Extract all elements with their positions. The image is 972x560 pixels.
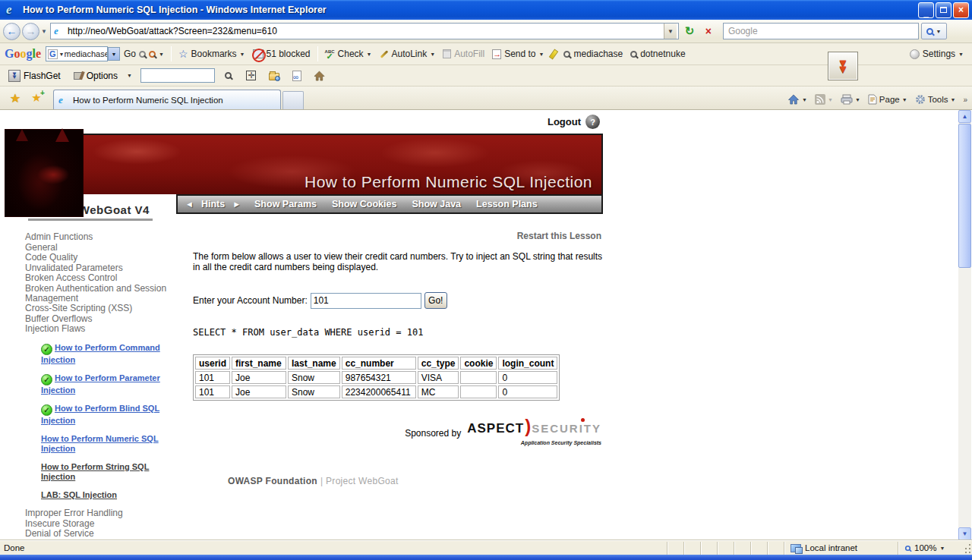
scrollbar-thumb[interactable]	[958, 124, 971, 268]
stop-button[interactable]: ×	[700, 23, 717, 39]
sidebar-category[interactable]: Injection Flaws	[25, 324, 188, 334]
restore-button[interactable]	[936, 2, 951, 18]
settings-button[interactable]: Settings ▼	[906, 47, 967, 61]
custom-button-dotnetnuke[interactable]: dotnetnuke	[626, 47, 689, 61]
table-cell: Snow	[288, 385, 340, 398]
toolbar-overflow-chevron[interactable]: »	[963, 96, 967, 104]
flashget-search-input[interactable]	[140, 68, 215, 83]
forward-icon: →	[26, 25, 36, 37]
sidebar-category[interactable]: General	[25, 243, 188, 253]
table-row: 101JoeSnow2234200065411MC0	[195, 385, 557, 398]
sidebar-category[interactable]: Buffer Overflows	[25, 314, 188, 324]
tab-active[interactable]: e How to Perform Numeric SQL Injection	[53, 90, 281, 109]
nav-item[interactable]: Lesson Plans	[476, 199, 538, 209]
home-button[interactable]: ▼	[784, 93, 810, 106]
highlighter-button[interactable]	[548, 48, 560, 61]
sidebar-category[interactable]: Code Quality	[25, 253, 188, 263]
popup-blocked-button[interactable]: 51 blocked	[249, 47, 314, 61]
spellcheck-button[interactable]: ABC✓ Check ▼	[321, 47, 376, 61]
close-button[interactable]: ×	[953, 2, 969, 18]
flashget-capture-button[interactable]	[242, 68, 260, 84]
feeds-button[interactable]: ▼	[812, 93, 836, 106]
flashget-button[interactable]: ▼▼ FlashGet	[5, 68, 65, 83]
flashget-links-button[interactable]	[288, 68, 306, 84]
sidebar-category[interactable]: Admin Functions	[25, 232, 188, 242]
nav-item[interactable]: Show Params	[254, 199, 317, 209]
nav-item[interactable]: Show Java	[412, 199, 461, 209]
new-tab-button[interactable]	[282, 91, 304, 109]
vertical-scrollbar[interactable]: ▲ ▼	[958, 110, 971, 540]
autolink-button[interactable]: AutoLink ▼	[376, 47, 440, 61]
custom-button-mediachase[interactable]: mediachase	[560, 47, 626, 61]
logout-link[interactable]: Logout	[548, 116, 581, 127]
capture-target-icon	[246, 71, 256, 80]
print-button[interactable]: ▼	[838, 93, 863, 106]
scroll-up-button[interactable]: ▲	[958, 110, 971, 123]
sidebar-category[interactable]: Insecure Storage	[25, 519, 188, 529]
google-search-dropdown[interactable]: ▼	[108, 47, 120, 61]
flashget-options-button[interactable]: Options ▼	[69, 69, 136, 83]
project-webgoat-link[interactable]: Project WebGoat	[326, 476, 399, 486]
stop-icon: ×	[705, 25, 712, 37]
address-url[interactable]: http://neo/WebGoat/attack?Screen=232&men…	[68, 26, 664, 36]
zoom-control[interactable]: 100% ▼	[898, 542, 963, 555]
restart-lesson-link[interactable]: Restart this Lesson	[193, 231, 603, 241]
sidebar-category[interactable]: Broken Access Control	[25, 273, 188, 283]
sidebar-category[interactable]: Denial of Service	[25, 529, 188, 539]
flashget-sites-button[interactable]	[265, 68, 283, 84]
scroll-down-button[interactable]: ▼	[958, 527, 971, 540]
sidebar-lesson-link[interactable]: LAB: SQL Injection	[41, 490, 117, 499]
google-search-value[interactable]: mediachase	[65, 49, 108, 58]
favorites-center-button[interactable]: ★	[6, 89, 24, 107]
spellcheck-icon: ABC✓	[325, 49, 335, 58]
page-menu-button[interactable]: Page ▼	[865, 93, 910, 106]
hint-next-icon[interactable]: ►	[232, 200, 241, 209]
tools-menu-button[interactable]: Tools ▼	[912, 93, 959, 106]
add-favorite-button[interactable]: ★	[27, 89, 46, 107]
address-dropdown[interactable]: ▼	[664, 24, 677, 39]
minimize-button[interactable]: _	[918, 2, 934, 18]
sidebar-category[interactable]: Improper Error Handling	[25, 508, 188, 518]
back-button[interactable]: ←	[3, 23, 21, 40]
bookmarks-button[interactable]: ☆ Bookmarks ▼	[175, 46, 249, 61]
forward-button[interactable]: →	[22, 23, 39, 40]
nav-item[interactable]: Show Cookies	[332, 199, 396, 209]
refresh-icon: ↻	[685, 24, 695, 38]
search-go-button[interactable]: ▼	[921, 23, 947, 39]
search-input[interactable]: Google	[723, 23, 919, 39]
sidebar-category[interactable]: Cross-Site Scripting (XSS)	[25, 304, 188, 313]
sidebar-lesson-link[interactable]: How to Perform Parameter Injection	[41, 373, 160, 395]
refresh-button[interactable]: ↻	[681, 23, 698, 39]
nav-item-hints[interactable]: Hints	[201, 199, 225, 209]
sidebar-lesson-link[interactable]: How to Perform Blind SQL Injection	[41, 404, 159, 425]
address-field[interactable]: e http://neo/WebGoat/attack?Screen=232&m…	[50, 23, 679, 39]
google-search-type-dropdown[interactable]: ▼	[59, 52, 65, 57]
flashget-badge-button[interactable]: ▼ ▼	[828, 52, 858, 80]
sidebar-lesson-link[interactable]: How to Perform String SQL Injection	[41, 462, 149, 481]
sidebar-lesson-link[interactable]: How to Perform Numeric SQL Injection	[41, 434, 159, 453]
google-go-button[interactable]: Go ▼	[120, 47, 168, 61]
flashget-home-button[interactable]	[311, 68, 329, 84]
account-number-input[interactable]	[311, 293, 421, 309]
search-options-dropdown[interactable]: ▼	[936, 29, 941, 34]
resize-grip[interactable]	[963, 542, 972, 555]
printer-icon	[841, 94, 853, 105]
autofill-button[interactable]: AutoFill	[439, 47, 488, 61]
go-options-dropdown[interactable]: ▼	[159, 52, 164, 57]
page-favicon: e	[54, 26, 65, 36]
history-dropdown[interactable]: ▼	[41, 28, 47, 35]
help-icon[interactable]: ?	[585, 115, 600, 129]
go-button[interactable]: Go!	[424, 292, 447, 309]
sidebar-category[interactable]: Broken Authentication and Session Manage…	[25, 284, 188, 304]
security-zone-label: Local intranet	[805, 543, 857, 552]
flashget-search-button[interactable]	[219, 68, 238, 84]
google-search-input[interactable]: G ▼ mediachase	[46, 46, 108, 61]
sidebar-lesson-link[interactable]: How to Perform Command Injection	[41, 343, 160, 364]
owasp-foundation-link[interactable]: OWASP Foundation	[228, 476, 317, 486]
sidebar-category[interactable]: Unvalidated Parameters	[25, 263, 188, 273]
page-columns: Admin FunctionsGeneralCode QualityUnvali…	[5, 225, 603, 540]
sendto-button[interactable]: Send to ▼	[488, 47, 548, 61]
results-header-cell: cc_number	[342, 357, 416, 370]
hint-previous-icon[interactable]: ◄	[185, 200, 194, 209]
sponsored-by-label: Sponsored by	[405, 428, 461, 439]
